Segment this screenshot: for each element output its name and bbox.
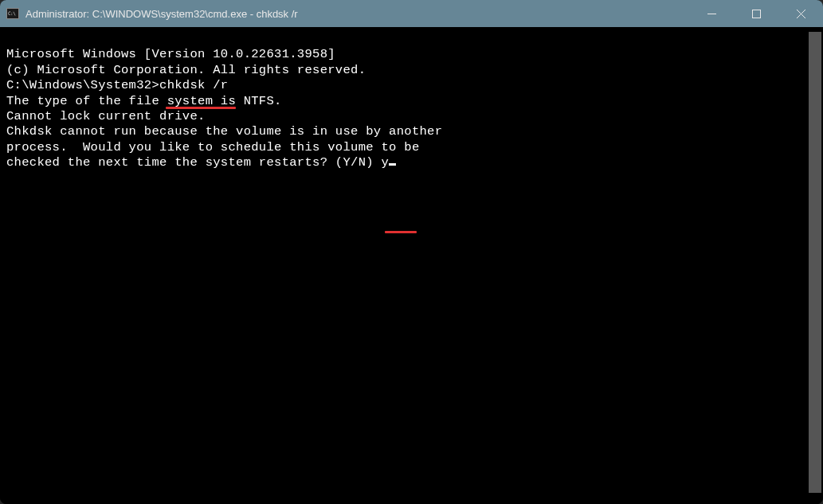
- window-controls: [689, 0, 823, 27]
- titlebar[interactable]: C:\ Administrator: C:\WINDOWS\system32\c…: [0, 0, 823, 27]
- output-line: Microsoft Windows [Version 10.0.22631.39…: [6, 47, 823, 62]
- annotation-underline: [166, 107, 236, 109]
- scrollbar-track: [809, 32, 821, 493]
- output-line: process. Would you like to schedule this…: [6, 140, 823, 155]
- terminal-content: Microsoft Windows [Version 10.0.22631.39…: [6, 32, 823, 232]
- maximize-button[interactable]: [734, 0, 778, 27]
- output-line: Cannot lock current drive.: [6, 109, 823, 124]
- prompt-line: C:\Windows\System32>chkdsk /r: [6, 78, 823, 93]
- output-line: checked the next time the system restart…: [6, 155, 823, 170]
- cursor: [389, 163, 396, 166]
- terminal-body[interactable]: Microsoft Windows [Version 10.0.22631.39…: [0, 27, 823, 504]
- svg-rect-1: [752, 10, 760, 18]
- output-line: Chkdsk cannot run because the volume is …: [6, 124, 823, 139]
- output-line: (c) Microsoft Corporation. All rights re…: [6, 63, 823, 78]
- scrollbar[interactable]: [809, 32, 821, 493]
- window-title: Administrator: C:\WINDOWS\system32\cmd.e…: [25, 8, 689, 20]
- scrollbar-thumb[interactable]: [809, 32, 821, 493]
- close-button[interactable]: [778, 0, 823, 27]
- output-line: The type of the file system is NTFS.: [6, 94, 823, 109]
- cmd-icon: C:\: [6, 7, 19, 20]
- close-icon: [797, 10, 805, 18]
- command-text: chkdsk /r: [159, 78, 228, 92]
- annotation-underline: [385, 231, 417, 233]
- minimize-button[interactable]: [689, 0, 734, 27]
- prompt-question: checked the next time the system restart…: [6, 155, 381, 170]
- minimize-icon: [707, 10, 716, 18]
- cmd-window: C:\ Administrator: C:\WINDOWS\system32\c…: [0, 0, 823, 504]
- prompt-text: C:\Windows\System32>: [6, 78, 159, 92]
- maximize-icon: [752, 10, 761, 18]
- user-input: y: [381, 155, 389, 170]
